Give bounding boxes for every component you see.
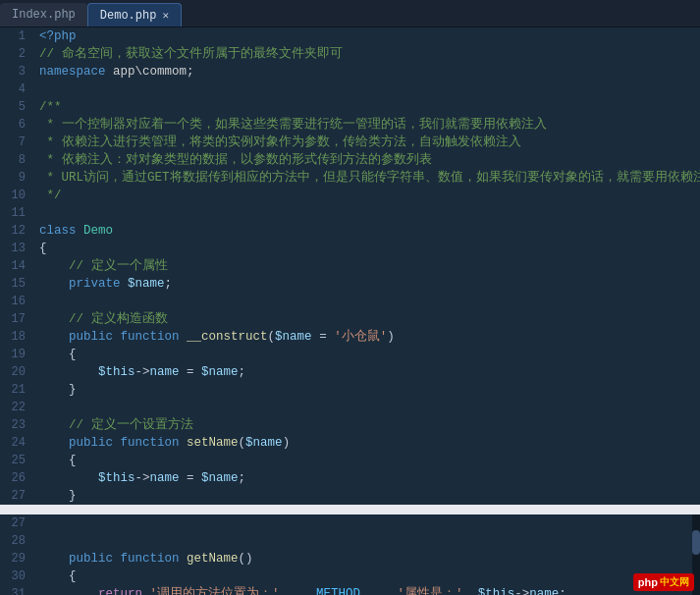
line-number: 19 xyxy=(0,346,35,363)
token: = xyxy=(312,330,335,344)
code-line: 10 */ xyxy=(0,187,700,204)
code-line: 16 xyxy=(0,293,700,310)
token: name xyxy=(150,365,180,379)
line-number: 30 xyxy=(0,568,35,585)
bottom-code-lines: 27 28 29 public function getName()30 {31… xyxy=(0,514,700,595)
code-line: 14 // 定义一个属性 xyxy=(0,257,700,275)
token: __construct xyxy=(187,330,268,344)
token: $name xyxy=(275,330,312,344)
token: '调用的方法位置为：' xyxy=(150,587,280,595)
token: __METHOD__ xyxy=(301,587,375,595)
token: public xyxy=(69,552,113,566)
token: ; xyxy=(239,471,246,485)
line-content: * 依赖注入进行类管理，将类的实例对象作为参数，传给类方法，自动触发依赖注入 xyxy=(35,134,700,151)
token: '属性是：' xyxy=(398,587,463,595)
token: function xyxy=(121,330,180,344)
code-line: 7 * 依赖注入进行类管理，将类的实例对象作为参数，传给类方法，自动触发依赖注入 xyxy=(0,134,700,151)
line-number: 2 xyxy=(0,45,35,63)
line-content: { xyxy=(35,568,700,585)
line-content: $this->name = $name; xyxy=(35,469,700,487)
token: class xyxy=(39,224,77,238)
token: -> xyxy=(135,365,150,379)
token: name xyxy=(529,587,559,595)
line-number: 17 xyxy=(0,310,35,328)
line-number: 28 xyxy=(0,532,35,550)
code-line: 11 xyxy=(0,204,700,222)
tab-index-php[interactable]: Index.php xyxy=(0,3,87,27)
code-line: 12class Demo xyxy=(0,222,700,240)
line-number: 18 xyxy=(0,328,35,346)
code-line: 26 $this->name = $name; xyxy=(0,469,700,487)
token xyxy=(142,587,150,595)
line-content: public function getName() xyxy=(35,550,700,568)
token: $name xyxy=(128,277,165,291)
scrollbar-thumb[interactable] xyxy=(692,530,700,555)
token: ) xyxy=(283,436,291,450)
token: * 依赖注入：对对象类型的数据，以参数的形式传到方法的参数列表 xyxy=(39,153,432,167)
token: . xyxy=(280,587,302,595)
code-section-gap xyxy=(0,505,700,514)
token: private xyxy=(69,277,121,291)
code-line: 30 { xyxy=(0,568,700,585)
code-line: 2// 命名空间，获取这个文件所属于的最终文件夹即可 xyxy=(0,45,700,63)
token: // 定义构造函数 xyxy=(39,312,168,326)
line-content: { xyxy=(35,346,700,363)
line-number: 26 xyxy=(0,469,35,487)
token: } xyxy=(39,383,77,397)
line-number: 1 xyxy=(0,27,35,45)
code-line: 28 xyxy=(0,532,700,550)
code-line: 19 { xyxy=(0,346,700,363)
line-number: 5 xyxy=(0,98,35,116)
code-line: 6 * 一个控制器对应着一个类，如果这些类需要进行统一管理的话，我们就需要用依赖… xyxy=(0,116,700,134)
line-number: 31 xyxy=(0,585,35,595)
line-content xyxy=(35,81,700,98)
token: $this xyxy=(478,587,515,595)
token: // 定义一个属性 xyxy=(39,259,168,273)
token xyxy=(113,330,121,344)
code-line: 17 // 定义构造函数 xyxy=(0,310,700,328)
code-line: 22 xyxy=(0,399,700,416)
code-line: 29 public function getName() xyxy=(0,550,700,568)
line-content: */ xyxy=(35,187,700,204)
token: name xyxy=(150,471,180,485)
token: { xyxy=(39,348,77,361)
line-number: 8 xyxy=(0,151,35,169)
token: * URL访问，通过GET将数据传到相应的方法中，但是只能传字符串、数值，如果我… xyxy=(39,171,700,185)
line-content: // 定义构造函数 xyxy=(35,310,700,328)
token: '小仓鼠' xyxy=(334,330,387,344)
token: function xyxy=(121,436,180,450)
line-number: 16 xyxy=(0,293,35,310)
token xyxy=(39,330,69,344)
token: () xyxy=(239,552,253,566)
line-content: class Demo xyxy=(35,222,700,240)
line-number: 3 xyxy=(0,63,35,81)
line-content: * URL访问，通过GET将数据传到相应的方法中，但是只能传字符串、数值，如果我… xyxy=(35,169,700,187)
line-number: 4 xyxy=(0,81,35,98)
token: . xyxy=(375,587,398,595)
token: public xyxy=(69,436,113,450)
token: * 一个控制器对应着一个类，如果这些类需要进行统一管理的话，我们就需要用依赖注入 xyxy=(39,118,547,132)
code-line: 20 $this->name = $name; xyxy=(0,363,700,381)
token: // 命名空间，获取这个文件所属于的最终文件夹即可 xyxy=(39,47,343,61)
token xyxy=(113,552,121,566)
tab-demo-php-label: Demo.php xyxy=(100,9,157,23)
line-content: } xyxy=(35,381,700,399)
token: -> xyxy=(514,587,529,595)
tab-index-php-label: Index.php xyxy=(12,8,76,22)
tab-demo-php[interactable]: Demo.php ✕ xyxy=(87,3,182,27)
code-line: 15 private $name; xyxy=(0,275,700,293)
tab-bar: Index.php Demo.php ✕ xyxy=(0,0,700,27)
tab-close-icon[interactable]: ✕ xyxy=(162,9,169,22)
code-line: 13{ xyxy=(0,240,700,257)
line-number: 27 xyxy=(0,514,35,532)
line-content: return '调用的方法位置为：' . __METHOD__ . '属性是：'… xyxy=(35,585,700,595)
token: = xyxy=(180,471,202,485)
line-content: // 定义一个属性 xyxy=(35,257,700,275)
token: /** xyxy=(39,100,62,114)
code-line: 9 * URL访问，通过GET将数据传到相应的方法中，但是只能传字符串、数值，如… xyxy=(0,169,700,187)
line-content: private $name; xyxy=(35,275,700,293)
token: { xyxy=(39,454,77,467)
token: $this xyxy=(98,471,135,485)
token: namespace xyxy=(39,65,106,79)
line-number: 27 xyxy=(0,487,35,505)
